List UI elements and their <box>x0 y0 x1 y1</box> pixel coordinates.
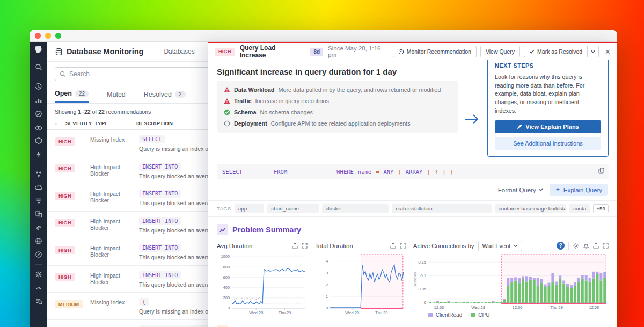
tab-resolved[interactable]: Resolved2 <box>144 90 186 103</box>
format-query-button[interactable]: Format Query <box>498 187 543 193</box>
view-explain-plans-button[interactable]: View Explain Plans <box>495 120 601 133</box>
col-description[interactable]: DESCRIPTION <box>136 120 173 126</box>
export-icon[interactable] <box>390 243 396 249</box>
view-query-button[interactable]: View Query <box>480 46 520 57</box>
open-count-badge: 22 <box>75 90 89 97</box>
legend-clientread[interactable]: ClientRead <box>428 312 462 318</box>
page: { "list": { "title": "Database Monitorin… <box>0 0 644 327</box>
monitor-icon <box>398 49 404 55</box>
monitor-recommendation-button[interactable]: Monitor Recommendation <box>393 46 477 57</box>
mark-resolved-button[interactable]: Mark as Resolved <box>524 46 588 57</box>
processes-icon[interactable] <box>35 170 42 178</box>
query-snippet: INSERT INTO <box>139 244 181 252</box>
active-connections-chart[interactable]: 00.050.10.1512:00Wed 2812:00Thu 2912:00S… <box>413 252 609 310</box>
summary-box: Data WorkloadMore data pulled in by the … <box>217 81 458 133</box>
tag-pill[interactable]: container.baseimage.buildstamp: <box>495 204 566 213</box>
recommendation-type: Missing Index <box>90 135 139 143</box>
events-icon[interactable] <box>35 150 42 158</box>
tag-pill[interactable]: chart_name: <box>267 204 318 213</box>
svg-text:0.1: 0.1 <box>420 273 426 278</box>
summary-item: SchemaNo schema changes <box>224 109 451 115</box>
recommendation-type: Missing Index <box>90 298 139 306</box>
logs-icon[interactable] <box>35 197 42 205</box>
tab-open[interactable]: Open22 <box>55 90 89 103</box>
sort-arrow-icon[interactable]: ↓ <box>55 120 59 126</box>
export-icon[interactable] <box>593 243 599 249</box>
close-traffic-light[interactable] <box>35 33 41 39</box>
chart-title: Total Duration <box>315 243 353 249</box>
tab-databases[interactable]: Databases <box>164 48 194 55</box>
tags-label: TAGS <box>217 206 231 212</box>
expand-icon[interactable] <box>603 243 609 249</box>
query-snippet: INSERT INTO <box>139 217 181 225</box>
sql-token: WHERE <box>336 169 354 175</box>
col-severity[interactable]: SEVERITY <box>65 120 94 126</box>
export-icon[interactable] <box>292 243 298 249</box>
security-icon[interactable] <box>35 237 42 245</box>
sql-token: SELECT <box>222 169 243 175</box>
resolve-dropdown-button[interactable] <box>588 46 599 57</box>
svg-text:1000: 1000 <box>221 255 230 259</box>
query-snippet: INSERT INTO <box>139 163 181 171</box>
wait-event-select[interactable]: Wait Event <box>478 241 523 251</box>
svg-text:Thu 29: Thu 29 <box>375 310 387 315</box>
tag-pill[interactable]: conta... <box>569 204 590 213</box>
query-list-icon[interactable] <box>35 297 42 305</box>
cloud-icon[interactable] <box>35 184 42 191</box>
monitors-icon[interactable] <box>35 110 42 118</box>
svg-text:Wed 28: Wed 28 <box>471 305 485 310</box>
dashboards-icon[interactable] <box>35 210 42 218</box>
summary-item: DeploymentConfigure APM to see related a… <box>224 120 451 127</box>
recommendation-title: Query Load Increase <box>240 44 301 59</box>
sql-token: name <box>358 169 371 175</box>
avg-duration-chart[interactable]: 02004006008001000Wed 28Thu 29 <box>217 252 308 316</box>
integrations-icon[interactable] <box>35 224 42 231</box>
see-additional-instructions-button[interactable]: See Additional Instructions <box>495 137 601 150</box>
detail-header: HIGH Query Load Increase 8d Since May 28… <box>208 43 617 60</box>
legend-cpu[interactable]: CPU <box>471 312 489 318</box>
explain-query-button[interactable]: Explain Query <box>550 184 608 196</box>
datadog-logo-icon[interactable] <box>34 45 43 54</box>
synthetics-icon[interactable] <box>35 251 42 258</box>
watchdog-icon[interactable] <box>35 123 42 131</box>
notebook-history-icon[interactable] <box>35 83 42 91</box>
search-placeholder: Search <box>69 70 90 78</box>
minimize-traffic-light[interactable] <box>45 33 51 39</box>
expand-icon[interactable] <box>400 243 406 249</box>
tag-pill[interactable]: app: <box>235 204 265 213</box>
search-icon[interactable] <box>35 63 42 71</box>
tab-muted[interactable]: Muted <box>107 90 126 103</box>
tag-pill[interactable]: cluster: <box>322 204 389 213</box>
svg-text:0: 0 <box>228 306 230 311</box>
help-icon[interactable]: ? <box>557 242 565 250</box>
ci-settings-icon[interactable] <box>35 271 42 278</box>
severity-badge: HIGH <box>55 192 75 200</box>
svg-text:Thu 29: Thu 29 <box>279 310 291 315</box>
since-timestamp: Since May 28, 1:16 pm <box>328 45 388 58</box>
svg-text:12:00: 12:00 <box>434 305 444 310</box>
problem-summary-icon <box>217 224 228 235</box>
serverless-icon[interactable] <box>35 284 42 292</box>
tag-pill[interactable]: crab.installation: <box>392 204 491 213</box>
sql-token: = <box>376 169 379 175</box>
col-type[interactable]: TYPE <box>94 120 136 126</box>
pencil-icon <box>517 124 522 129</box>
severity-badge: HIGH <box>215 48 235 56</box>
close-icon[interactable]: ✕ <box>605 48 611 56</box>
infrastructure-icon[interactable] <box>35 137 42 144</box>
svg-text:1: 1 <box>326 294 328 299</box>
snooze-icon[interactable] <box>583 243 589 249</box>
query-snippet: INSERT INTO <box>139 190 181 198</box>
metrics-icon[interactable] <box>35 97 42 104</box>
svg-text:Sessions: Sessions <box>413 272 417 288</box>
copy-icon[interactable] <box>598 168 604 174</box>
sql-token: ARRAY <box>406 169 423 175</box>
zoom-traffic-light[interactable] <box>55 33 61 39</box>
resolved-count-badge: 2 <box>175 91 186 98</box>
total-duration-chart[interactable]: 01234Wed 28Thu 29 <box>315 252 406 316</box>
expand-icon[interactable] <box>302 243 308 249</box>
check-icon <box>529 49 535 54</box>
gear-icon[interactable] <box>573 243 579 249</box>
sidebar-divider <box>35 77 42 77</box>
more-tags-button[interactable]: +59 <box>593 204 609 213</box>
